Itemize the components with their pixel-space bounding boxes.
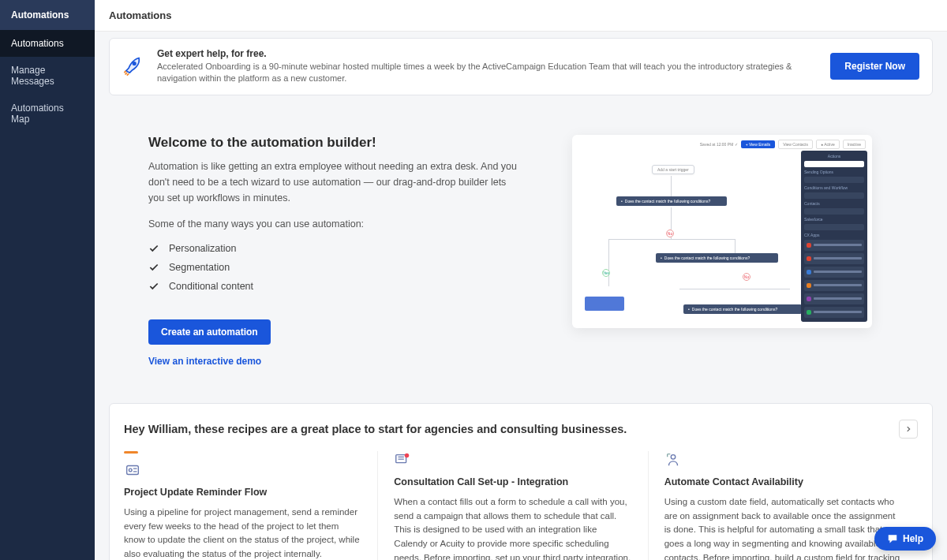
page-title: Automations: [95, 0, 947, 32]
hero-illustration: Saved at 12:00 PM ✓ + View Emails View C…: [551, 135, 893, 367]
hero-title: Welcome to the automation builder!: [148, 135, 519, 151]
recipe-card: Project Update Reminder Flow Using a pip…: [124, 451, 377, 560]
view-demo-link[interactable]: View an interactive demo: [148, 356, 261, 367]
recipe-icon: [394, 451, 411, 469]
recipe-title: Consultation Call Set-up - Integration: [394, 476, 631, 487]
hero-bullet: Conditional content: [148, 277, 519, 296]
recipes-headline: Hey William, these recipes are a great p…: [124, 423, 627, 435]
check-icon: [148, 243, 159, 254]
svg-point-4: [405, 454, 410, 458]
register-now-button[interactable]: Register Now: [830, 53, 919, 80]
recipe-title: Project Update Reminder Flow: [124, 487, 361, 498]
hero-subheading: Some of the many ways you can use automa…: [148, 218, 519, 230]
recipe-accent: [124, 451, 138, 454]
recipes-section: Hey William, these recipes are a great p…: [109, 403, 933, 560]
main: Automations Get expert help, for free. A…: [95, 0, 947, 560]
recipe-list: Project Update Reminder Flow Using a pip…: [124, 451, 918, 560]
hero-bullet-label: Conditional content: [169, 281, 253, 292]
svg-point-5: [671, 454, 676, 459]
banner-subtitle: Accelerated Onboarding is a 90-minute we…: [157, 61, 818, 85]
sidebar: Automations Automations Manage Messages …: [0, 0, 95, 560]
recipes-header: Hey William, these recipes are a great p…: [124, 420, 918, 439]
recipe-card: Consultation Call Set-up - Integration W…: [377, 451, 647, 560]
onboarding-banner: Get expert help, for free. Accelerated O…: [109, 38, 933, 95]
recipe-body: Using a custom date field, automatically…: [664, 495, 902, 560]
recipes-next-button[interactable]: [899, 420, 918, 439]
hero-cta-group: Create an automation View an interactive…: [148, 319, 519, 367]
recipe-icon: [664, 451, 682, 469]
sidebar-item-automations-map[interactable]: Automations Map: [0, 95, 95, 133]
banner-title: Get expert help, for free.: [157, 48, 818, 59]
sidebar-header: Automations: [0, 0, 95, 30]
help-label: Help: [903, 533, 923, 544]
create-automation-button[interactable]: Create an automation: [148, 319, 271, 345]
rocket-icon: [122, 55, 144, 77]
check-icon: [148, 281, 159, 292]
hero-bullet: Personalization: [148, 239, 519, 258]
hero-bullet-list: Personalization Segmentation Conditional…: [148, 239, 519, 296]
help-button[interactable]: Help: [874, 527, 936, 551]
automation-builder-preview: Saved at 12:00 PM ✓ + View Emails View C…: [572, 135, 872, 328]
chevron-right-icon: [904, 425, 912, 433]
svg-point-2: [129, 469, 132, 472]
hero-section: Welcome to the automation builder! Autom…: [109, 116, 933, 390]
recipe-title: Automate Contact Availability: [664, 476, 902, 487]
recipe-body: When a contact fills out a form to sched…: [394, 495, 631, 560]
sidebar-item-automations[interactable]: Automations: [0, 30, 95, 57]
hero-bullet-label: Segmentation: [169, 262, 230, 273]
recipe-icon: [124, 461, 141, 479]
chat-icon: [887, 533, 898, 544]
svg-point-0: [133, 62, 136, 65]
hero-bullet: Segmentation: [148, 258, 519, 277]
check-icon: [148, 262, 159, 273]
hero-bullet-label: Personalization: [169, 243, 236, 254]
sidebar-item-manage-messages[interactable]: Manage Messages: [0, 57, 95, 95]
recipe-body: Using a pipeline for project management,…: [124, 506, 361, 560]
hero-content: Welcome to the automation builder! Autom…: [148, 135, 519, 367]
banner-text: Get expert help, for free. Accelerated O…: [157, 48, 818, 85]
hero-description: Automation is like getting an extra empl…: [148, 159, 519, 206]
